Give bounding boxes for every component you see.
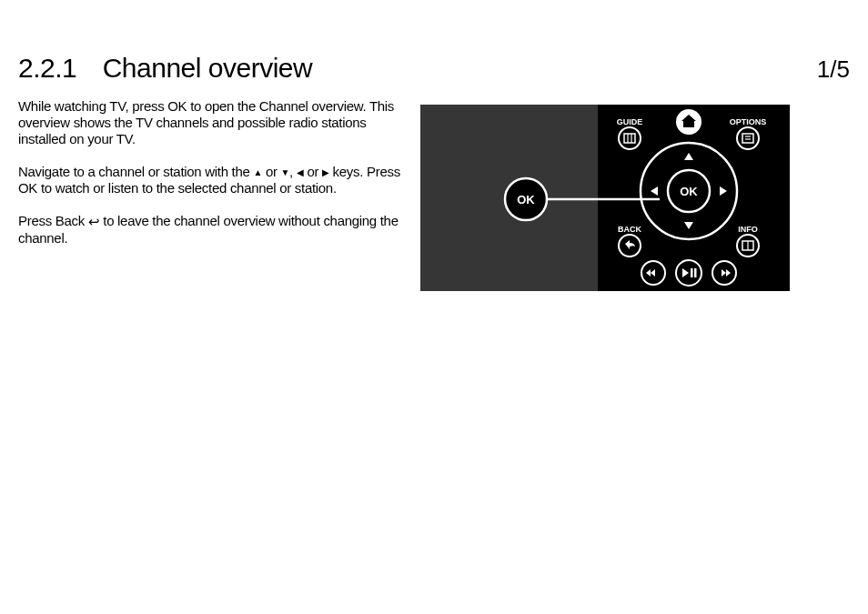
options-label: OPTIONS [730, 117, 767, 126]
page-header: 2.2.1 Channel overview 1/5 [18, 53, 850, 84]
section-heading: 2.2.1 Channel overview [18, 53, 312, 84]
ok-button-label: OK [680, 185, 698, 198]
guide-label: GUIDE [617, 117, 643, 126]
pause-bar1-icon [691, 268, 693, 277]
back-label: BACK [618, 225, 641, 234]
left-triangle-icon: ◀ [297, 167, 304, 178]
paragraph-2: Navigate to a channel or station with th… [18, 164, 405, 196]
section-number: 2.2.1 [18, 53, 76, 84]
section-title: Channel overview [103, 53, 312, 84]
up-triangle-icon: ▲ [253, 167, 262, 178]
right-triangle-icon: ▶ [322, 167, 329, 178]
remote-illustration: OK OK GUIDE OPTIONS [420, 105, 790, 291]
paragraph-3: Press Back ↩ to leave the channel overvi… [18, 213, 405, 247]
info-label: INFO [738, 225, 758, 234]
pause-bar2-icon [694, 268, 697, 277]
down-triangle-icon: ▼ [281, 167, 290, 178]
page-indicator: 1/5 [817, 55, 850, 84]
back-arrow-icon: ↩ [88, 214, 100, 230]
manual-page: 2.2.1 Channel overview 1/5 While watchin… [0, 0, 868, 614]
paragraph-1: While watching TV, press OK to open the … [18, 98, 405, 147]
callout-ok-label: OK [517, 193, 535, 206]
body-text: While watching TV, press OK to open the … [18, 98, 405, 263]
